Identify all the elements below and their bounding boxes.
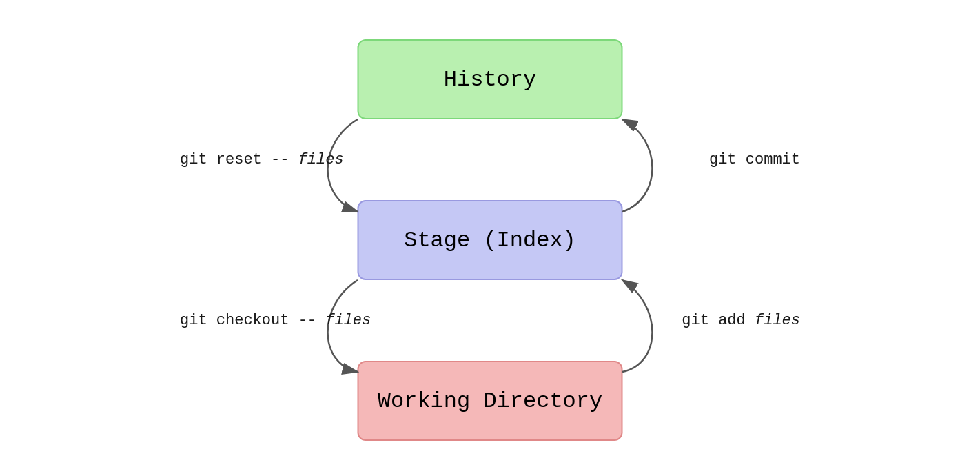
working-label: Working Directory	[378, 388, 602, 414]
label-git-checkout: git checkout -- files	[180, 312, 371, 329]
git-diagram: History Stage (Index) Working Directory …	[180, 19, 800, 446]
arrow-commit	[622, 119, 653, 212]
label-git-reset: git reset -- files	[180, 151, 344, 168]
working-box: Working Directory	[358, 361, 623, 441]
stage-box: Stage (Index)	[358, 200, 623, 280]
history-box: History	[358, 39, 623, 119]
history-label: History	[444, 67, 536, 92]
stage-label: Stage (Index)	[404, 228, 576, 253]
label-git-commit: git commit	[709, 151, 800, 168]
arrow-add	[622, 280, 653, 372]
label-git-add: git add files	[682, 312, 800, 329]
